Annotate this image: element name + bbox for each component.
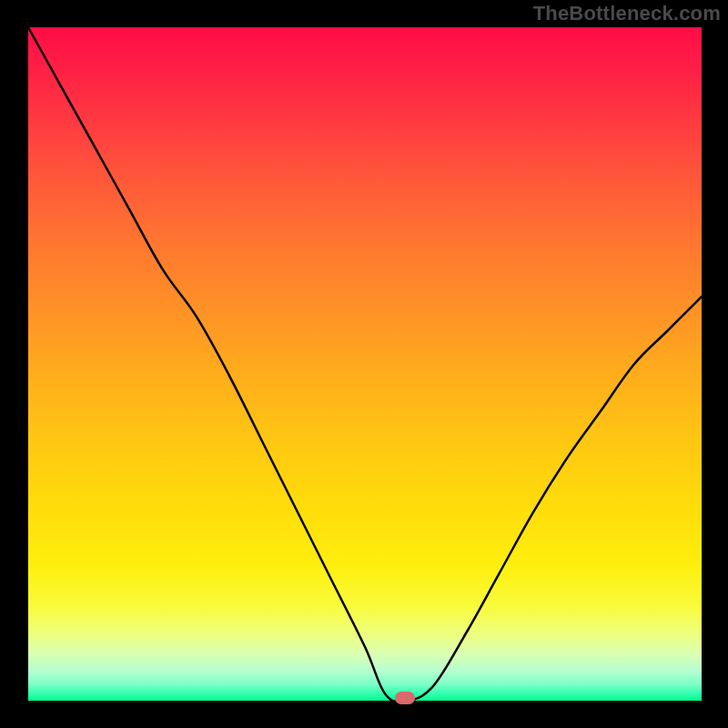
watermark-text: TheBottleneck.com bbox=[533, 2, 721, 25]
plot-area bbox=[28, 27, 702, 701]
optimal-marker bbox=[395, 692, 415, 704]
bottleneck-curve bbox=[28, 27, 702, 701]
